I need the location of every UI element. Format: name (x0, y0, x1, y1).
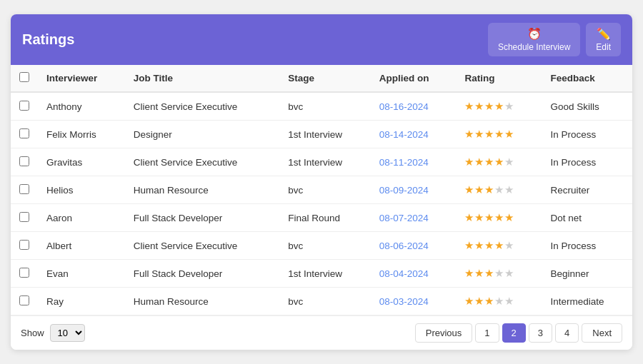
page-1-button[interactable]: 1 (475, 323, 499, 343)
row-name-4: Aaron (38, 204, 125, 232)
row-applied-2[interactable]: 08-11-2024 (371, 148, 457, 176)
row-select-3[interactable] (19, 184, 29, 194)
row-job-6: Full Stack Developer (125, 260, 280, 288)
edit-button[interactable]: ✏️ Edit (586, 23, 621, 56)
col-feedback: Feedback (542, 65, 632, 92)
row-checkbox-3 (11, 176, 38, 204)
row-select-2[interactable] (19, 156, 29, 166)
panel-title: Ratings (22, 31, 74, 48)
header-actions: ⏰ Schedule Interview ✏️ Edit (488, 23, 621, 56)
schedule-label: Schedule Interview (498, 42, 570, 52)
row-stage-2: 1st Interview (279, 148, 370, 176)
col-checkbox (11, 65, 38, 92)
row-name-3: Helios (38, 176, 125, 204)
row-select-0[interactable] (19, 101, 29, 111)
stars-3: ★★★★★ (464, 183, 514, 196)
row-checkbox-7 (11, 288, 38, 315)
row-rating-3: ★★★★★ (456, 176, 542, 204)
select-all-checkbox[interactable] (19, 72, 29, 82)
row-select-4[interactable] (19, 212, 29, 222)
edit-label: Edit (596, 42, 611, 52)
row-name-0: Anthony (38, 92, 125, 121)
row-applied-1[interactable]: 08-14-2024 (371, 121, 457, 148)
table-row: Aaron Full Stack Developer Final Round 0… (11, 204, 632, 232)
row-rating-6: ★★★★★ (456, 260, 542, 288)
schedule-icon: ⏰ (527, 27, 542, 41)
row-stage-0: bvc (279, 92, 370, 121)
date-link-5[interactable]: 08-06-2024 (379, 241, 429, 251)
col-rating: Rating (456, 65, 542, 92)
row-feedback-0: Good Skills (542, 92, 632, 121)
row-job-3: Human Resource (125, 176, 280, 204)
table-footer: Show 5 10 20 50 Previous 1 2 3 4 Next (11, 315, 632, 350)
row-applied-0[interactable]: 08-16-2024 (371, 92, 457, 121)
row-rating-4: ★★★★★ (456, 204, 542, 232)
ratings-table: Interviewer Job Title Stage Applied on R… (11, 65, 632, 315)
panel-header: Ratings ⏰ Schedule Interview ✏️ Edit (11, 14, 632, 65)
table-row: Felix Morris Designer 1st Interview 08-1… (11, 121, 632, 148)
row-job-2: Client Service Executive (125, 148, 280, 176)
date-link-2[interactable]: 08-11-2024 (379, 157, 429, 168)
row-applied-6[interactable]: 08-04-2024 (371, 260, 457, 288)
row-name-2: Gravitas (38, 148, 125, 176)
next-button[interactable]: Next (582, 323, 622, 343)
pagination: Previous 1 2 3 4 Next (415, 323, 622, 343)
col-applied-on: Applied on (371, 65, 457, 92)
row-feedback-1: In Process (542, 121, 632, 148)
row-checkbox-5 (11, 232, 38, 260)
row-job-0: Client Service Executive (125, 92, 280, 121)
row-job-7: Human Resource (125, 288, 280, 315)
row-applied-4[interactable]: 08-07-2024 (371, 204, 457, 232)
row-stage-1: 1st Interview (279, 121, 370, 148)
date-link-3[interactable]: 08-09-2024 (379, 185, 429, 196)
table-row: Ray Human Resource bvc 08-03-2024 ★★★★★ … (11, 288, 632, 315)
row-select-7[interactable] (19, 295, 29, 305)
previous-button[interactable]: Previous (415, 323, 473, 343)
row-stage-5: bvc (279, 232, 370, 260)
table-row: Anthony Client Service Executive bvc 08-… (11, 92, 632, 121)
row-job-1: Designer (125, 121, 280, 148)
table-header-row: Interviewer Job Title Stage Applied on R… (11, 65, 632, 92)
page-2-button[interactable]: 2 (502, 323, 526, 343)
schedule-interview-button[interactable]: ⏰ Schedule Interview (488, 23, 580, 56)
stars-0: ★★★★★ (464, 100, 514, 112)
stars-1: ★★★★★ (464, 128, 514, 140)
row-rating-5: ★★★★★ (456, 232, 542, 260)
row-feedback-5: In Process (542, 232, 632, 260)
row-stage-7: bvc (279, 288, 370, 315)
row-checkbox-1 (11, 121, 38, 148)
row-rating-0: ★★★★★ (456, 92, 542, 121)
row-applied-7[interactable]: 08-03-2024 (371, 288, 457, 315)
row-applied-5[interactable]: 08-06-2024 (371, 232, 457, 260)
row-select-5[interactable] (19, 240, 29, 250)
row-job-5: Client Service Executive (125, 232, 280, 260)
row-rating-7: ★★★★★ (456, 288, 542, 315)
row-name-1: Felix Morris (38, 121, 125, 148)
stars-2: ★★★★★ (464, 156, 514, 168)
stars-6: ★★★★★ (464, 267, 514, 279)
edit-icon: ✏️ (597, 27, 611, 41)
page-4-button[interactable]: 4 (555, 323, 579, 343)
row-select-6[interactable] (19, 268, 29, 278)
row-checkbox-6 (11, 260, 38, 288)
date-link-0[interactable]: 08-16-2024 (379, 101, 429, 112)
row-rating-2: ★★★★★ (456, 148, 542, 176)
date-link-6[interactable]: 08-04-2024 (379, 268, 429, 279)
row-feedback-6: Beginner (542, 260, 632, 288)
row-rating-1: ★★★★★ (456, 121, 542, 148)
show-select[interactable]: 5 10 20 50 (50, 324, 85, 342)
stars-7: ★★★★★ (464, 295, 514, 307)
row-name-5: Albert (38, 232, 125, 260)
row-feedback-2: In Process (542, 148, 632, 176)
date-link-1[interactable]: 08-14-2024 (379, 129, 429, 140)
page-3-button[interactable]: 3 (529, 323, 552, 343)
table-row: Helios Human Resource bvc 08-09-2024 ★★★… (11, 176, 632, 204)
date-link-7[interactable]: 08-03-2024 (379, 296, 429, 307)
row-checkbox-4 (11, 204, 38, 232)
row-applied-3[interactable]: 08-09-2024 (371, 176, 457, 204)
table-row: Gravitas Client Service Executive 1st In… (11, 148, 632, 176)
stars-4: ★★★★★ (464, 211, 514, 223)
table-row: Albert Client Service Executive bvc 08-0… (11, 232, 632, 260)
row-select-1[interactable] (19, 128, 29, 138)
date-link-4[interactable]: 08-07-2024 (379, 213, 429, 223)
